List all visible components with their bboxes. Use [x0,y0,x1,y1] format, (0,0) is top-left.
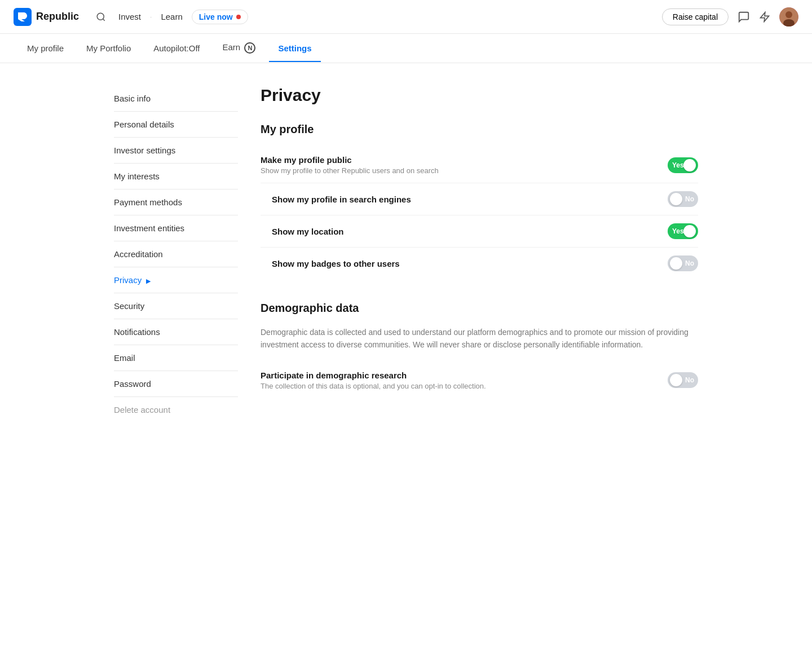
sidebar-item-privacy[interactable]: Privacy ▶ [114,267,238,293]
sidebar-item-personal-details[interactable]: Personal details [114,112,238,138]
user-avatar[interactable] [779,7,798,27]
svg-line-2 [103,19,105,20]
logo-text: Republic [36,11,79,23]
svg-marker-3 [761,12,769,21]
setting-row-show-badges: Show my badges to other users No [261,248,698,279]
sidebar-item-delete-account[interactable]: Delete account [114,397,238,422]
sidebar-item-email[interactable]: Email [114,345,238,371]
toggle-knob-badges [670,257,682,270]
setting-label-area-search: Show my profile in search engines [272,195,411,204]
toggle-show-badges-container[interactable]: No [668,255,698,271]
avatar-image [779,7,798,27]
demographic-section-title: Demographic data [261,302,698,315]
setting-label-area-badges: Show my badges to other users [272,259,400,268]
show-location-label: Show my location [272,227,344,236]
toggle-label-yes: Yes [672,161,684,169]
lightning-button[interactable] [759,11,770,23]
sidebar-item-basic-info[interactable]: Basic info [114,86,238,112]
search-button[interactable] [92,8,109,25]
main-content: Privacy My profile Make my profile publi… [261,86,698,422]
setting-row-show-in-search: Show my profile in search engines No [261,183,698,215]
sidebar-item-investment-entities[interactable]: Investment entities [114,215,238,241]
toggle-show-in-search-container[interactable]: No [668,191,698,207]
live-badge-text: Live now [199,12,233,21]
toggle-show-location[interactable]: Yes [668,223,698,239]
sidebar-item-payment-methods[interactable]: Payment methods [114,189,238,215]
chat-button[interactable] [738,11,750,23]
lightning-icon [759,11,770,23]
chat-icon [738,11,750,23]
sidebar-item-accreditation[interactable]: Accreditation [114,241,238,267]
toggle-label-yes-location: Yes [672,227,684,235]
toggle-demographic-container[interactable]: No [668,372,698,388]
earn-icon: N [244,42,255,54]
show-badges-label: Show my badges to other users [272,259,400,268]
topnav-right: Raise capital [662,7,798,27]
setting-label-area: Make my profile public Show my profile t… [261,155,439,175]
svg-point-1 [97,13,104,20]
top-navigation: Republic Invest · Learn Live now Raise c… [0,0,812,34]
toggle-show-in-search[interactable]: No [668,191,698,207]
invest-nav-link[interactable]: Invest [118,12,141,21]
sidebar-item-investor-settings[interactable]: Investor settings [114,138,238,164]
raise-capital-button[interactable]: Raise capital [662,8,729,25]
tab-my-portfolio[interactable]: My Portfolio [77,36,140,62]
tab-settings[interactable]: Settings [269,36,320,62]
make-profile-public-label: Make my profile public [261,155,439,165]
settings-sidebar: Basic info Personal details Investor set… [114,86,238,422]
live-now-badge[interactable]: Live now [192,10,248,24]
toggle-knob [683,159,696,171]
toggle-knob-location [683,225,696,237]
tab-autopilot[interactable]: Autopilot:Off [144,36,209,62]
sidebar-item-my-interests[interactable]: My interests [114,164,238,189]
setting-label-area-location: Show my location [272,227,344,236]
sidebar-item-notifications[interactable]: Notifications [114,319,238,345]
toggle-demographic-research[interactable]: No [668,372,698,388]
demographic-description: Demographic data is collected and used t… [261,326,698,351]
my-profile-section-title: My profile [261,123,698,136]
setting-row-show-location: Show my location Yes [261,215,698,248]
toggle-knob-demographic [670,374,682,386]
learn-nav-link[interactable]: Learn [161,12,182,21]
toggle-label-no-demographic: No [685,376,694,384]
sidebar-item-security[interactable]: Security [114,293,238,319]
demographic-research-label: Participate in demographic research [261,371,486,380]
my-profile-section: My profile Make my profile public Show m… [261,123,698,279]
toggle-show-badges[interactable]: No [668,255,698,271]
setting-row-demographic-research: Participate in demographic research The … [261,363,698,398]
toggle-make-profile-public[interactable]: Yes [668,157,698,173]
live-dot-indicator [236,15,241,19]
nav-separator: · [150,13,152,21]
setting-label-area-demographic: Participate in demographic research The … [261,371,486,390]
toggle-label-no-search: No [685,195,694,203]
toggle-knob-search [670,193,682,205]
make-profile-public-sublabel: Show my profile to other Republic users … [261,166,439,175]
demographic-research-sublabel: The collection of this data is optional,… [261,382,486,390]
privacy-arrow-icon: ▶ [146,277,151,284]
logo-icon [14,8,32,26]
toggle-label-no-badges: No [685,259,694,267]
toggle-show-location-container[interactable]: Yes [668,223,698,239]
tab-earn[interactable]: Earn N [214,34,265,63]
setting-row-make-profile-public: Make my profile public Show my profile t… [261,147,698,183]
sidebar-item-password[interactable]: Password [114,371,238,397]
show-in-search-label: Show my profile in search engines [272,195,411,204]
svg-point-5 [785,11,792,18]
page-content: Basic info Personal details Investor set… [96,86,716,422]
search-icon [96,12,106,22]
secondary-navigation: My profile My Portfolio Autopilot:Off Ea… [0,34,812,63]
logo[interactable]: Republic [14,8,79,26]
toggle-make-profile-public-container[interactable]: Yes [668,157,698,173]
tab-my-profile[interactable]: My profile [18,36,73,62]
page-title: Privacy [261,86,698,105]
demographic-section: Demographic data Demographic data is col… [261,302,698,398]
